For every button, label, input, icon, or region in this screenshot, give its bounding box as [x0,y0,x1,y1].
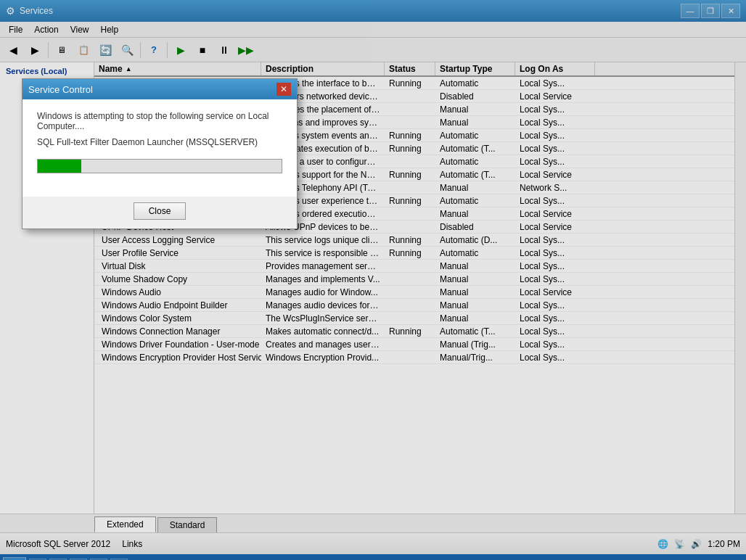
dialog-service-name: SQL Full-text Filter Daemon Launcher (MS… [37,137,282,147]
progress-bar-container [37,159,282,173]
service-control-dialog: Service Control ✕ Windows is attempting … [22,78,298,229]
dialog-body: Windows is attempting to stop the follow… [22,99,297,197]
dialog-close-button[interactable]: ✕ [276,83,291,96]
dialog-message: Windows is attempting to stop the follow… [37,111,282,131]
progress-bar-fill [38,160,81,173]
dialog-close-btn[interactable]: Close [134,202,186,220]
dialog-title: Service Control [28,84,93,95]
dialog-footer: Close [22,197,297,228]
modal-overlay: Service Control ✕ Windows is attempting … [0,0,746,560]
dialog-title-bar: Service Control ✕ [22,79,297,99]
